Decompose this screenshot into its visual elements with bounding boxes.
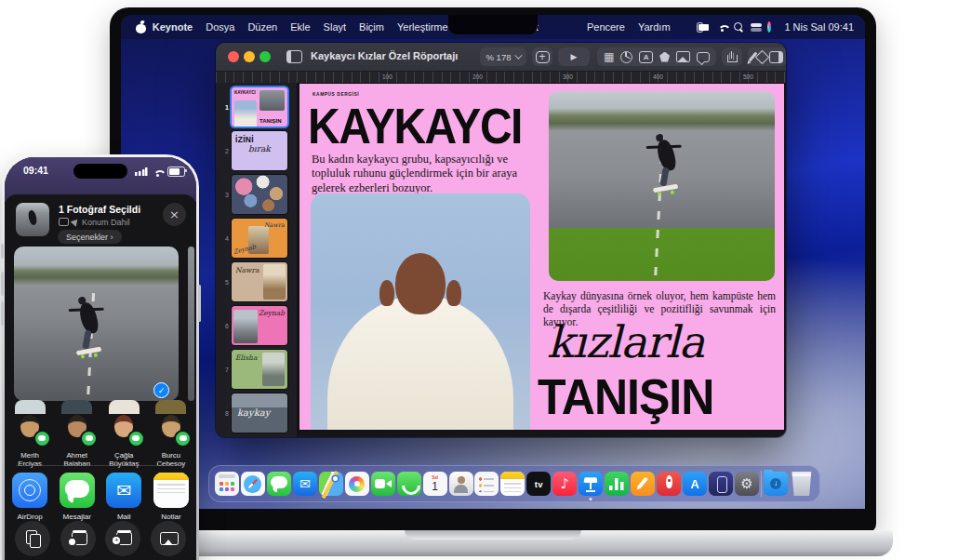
dock-pages-icon[interactable]: [631, 472, 655, 496]
share-notes[interactable]: Notlar: [149, 473, 193, 521]
add-slide-button[interactable]: [532, 47, 552, 66]
play-button[interactable]: ▶: [558, 47, 590, 66]
menu-ekle[interactable]: Ekle: [290, 21, 310, 33]
dock-launchpad-icon[interactable]: [215, 472, 239, 496]
dock-appletv-icon[interactable]: tv: [526, 472, 551, 496]
dock-rocket-icon[interactable]: [657, 472, 681, 496]
share-sheet-subtitle: Konum Dahil: [59, 218, 130, 227]
minimize-window-button[interactable]: [244, 51, 255, 62]
menu-duzen[interactable]: Düzen: [247, 21, 277, 33]
slide-thumbnail-3[interactable]: [232, 175, 287, 214]
control-center-icon[interactable]: [751, 23, 755, 32]
dock-divider: [761, 471, 762, 497]
dock-reminders-icon[interactable]: [474, 472, 499, 496]
share-sheet: 1 Fotoğraf Seçildi Konum Dahil Seçenekle…: [5, 194, 196, 560]
menu-clock[interactable]: 1 Nis Sal 09:41: [784, 21, 854, 33]
slide-thumbnail-5[interactable]: Nawra: [232, 262, 287, 301]
siri-icon[interactable]: [767, 21, 771, 33]
contact-merih[interactable]: MerihErciyas: [8, 408, 52, 469]
thumbnail-row: 6 Zeynab: [216, 306, 297, 345]
table-icon[interactable]: ▦: [604, 51, 614, 62]
dock-appstore-icon[interactable]: A: [683, 472, 707, 496]
dock-keynote-icon[interactable]: [579, 472, 603, 496]
slide-headline[interactable]: KAYKAYCI: [308, 98, 522, 155]
dock-messages-icon[interactable]: [267, 472, 291, 496]
copy-button[interactable]: [15, 521, 50, 556]
add-to-album-button[interactable]: [105, 521, 140, 556]
share-mail[interactable]: ✉ Mail: [102, 473, 146, 521]
dock-notes-icon[interactable]: [500, 472, 525, 496]
text-tool-icon[interactable]: A: [639, 51, 653, 63]
zoom-window-button[interactable]: [259, 51, 271, 62]
dock-music-icon[interactable]: ♪: [552, 472, 577, 496]
dock-photos-icon[interactable]: [345, 472, 369, 496]
chart-icon[interactable]: [620, 51, 632, 63]
dock-downloads-icon[interactable]: [764, 472, 788, 496]
slide-thumbnail-1[interactable]: KAYKAYCI TANIŞIN: [232, 87, 287, 127]
slide-number: 5: [216, 279, 229, 286]
menu-yardim[interactable]: Yardım: [638, 21, 671, 33]
slide-thumbnail-2[interactable]: İZİNİ bırak: [232, 131, 287, 170]
slide-thumbnail-4[interactable]: Nawra Zeynab: [232, 219, 287, 258]
dock-calendar-icon[interactable]: Sal 1: [423, 472, 447, 496]
slide-photo-portrait[interactable]: [311, 193, 530, 430]
dock-settings-icon[interactable]: ⚙: [735, 472, 759, 496]
media-icon[interactable]: [676, 51, 690, 62]
options-button[interactable]: Seçenekler ›: [58, 230, 122, 244]
document-panel-icon[interactable]: [769, 51, 783, 63]
dock-trash-icon[interactable]: [790, 472, 814, 496]
animate-icon[interactable]: [754, 49, 769, 64]
close-window-button[interactable]: [228, 51, 239, 62]
volume-down-button[interactable]: [1, 301, 4, 326]
contact-ahmet[interactable]: AhmetBalaban: [55, 408, 99, 469]
dock-maps-icon[interactable]: [319, 472, 343, 496]
share-airdrop[interactable]: AirDrop: [8, 473, 52, 521]
slide-number: 3: [216, 192, 229, 198]
spotlight-search-icon[interactable]: [734, 22, 738, 33]
dock-mail-icon[interactable]: ✉: [293, 472, 317, 496]
next-photo-edge[interactable]: [188, 247, 194, 401]
wifi-icon[interactable]: [716, 22, 721, 32]
volume-up-button[interactable]: [1, 272, 4, 296]
dock-numbers-icon[interactable]: [605, 472, 629, 496]
current-slide[interactable]: KAMPÜS DERGİSİ KAYKAYCI Bu kadın kaykayc…: [299, 84, 784, 430]
dock-iphone-mirroring-icon[interactable]: [709, 472, 733, 496]
photo-preview[interactable]: [14, 247, 179, 401]
shape-icon[interactable]: [659, 52, 670, 62]
tv-label: tv: [535, 479, 543, 489]
dock-contacts-icon[interactable]: [449, 472, 473, 496]
dock-phone-icon[interactable]: [397, 472, 421, 496]
share-messages[interactable]: Mesajlar: [55, 473, 99, 521]
slide-intro-text[interactable]: Bu kadın kaykaycı grubu, kapsayıcılığı v…: [312, 153, 537, 195]
slide-photo-skater[interactable]: [549, 91, 775, 281]
slide-closing-word[interactable]: TANIŞIN: [538, 368, 713, 425]
comment-icon[interactable]: [697, 52, 710, 62]
slide-thumbnail-6[interactable]: Zeynab: [232, 306, 287, 345]
add-to-shared-album-button[interactable]: [60, 521, 96, 556]
screen-mirroring-button[interactable]: [151, 521, 186, 556]
battery-icon[interactable]: [697, 22, 704, 33]
sidebar-toggle-icon[interactable]: [286, 50, 302, 63]
dock-safari-icon[interactable]: [241, 472, 265, 496]
share-button[interactable]: [722, 47, 742, 66]
contact-burcu[interactable]: BurcuCebesoy: [149, 408, 193, 469]
macbook-display: Keynote Dosya Düzen Ekle Slayt Biçim Yer…: [121, 15, 865, 509]
side-button[interactable]: [198, 285, 201, 322]
keynote-titlebar[interactable]: Kaykaycı Kızlar Özel Röportajı % 178 ▶ ▦…: [216, 43, 786, 71]
slide-script-word[interactable]: kızlarla: [547, 316, 704, 367]
dock-facetime-icon[interactable]: [371, 472, 395, 496]
menu-yerlestirme[interactable]: Yerleştirme: [397, 21, 448, 33]
apple-menu-icon[interactable]: [136, 21, 140, 33]
menu-bicim[interactable]: Biçim: [359, 21, 384, 33]
menu-slayt[interactable]: Slayt: [324, 21, 346, 33]
menu-pencere[interactable]: Pencere: [587, 21, 625, 33]
menu-dosya[interactable]: Dosya: [206, 21, 234, 33]
slide-thumbnail-7[interactable]: Elisha: [232, 350, 287, 389]
zoom-level-dropdown[interactable]: % 178: [480, 47, 526, 66]
menu-keynote[interactable]: Keynote: [153, 21, 193, 33]
slide-eyebrow[interactable]: KAMPÜS DERGİSİ: [313, 92, 359, 97]
slide-thumbnail-8[interactable]: kaykay: [232, 393, 287, 433]
contact-cagla[interactable]: ÇağlaBüyüktaş: [102, 408, 146, 469]
action-button[interactable]: [1, 244, 4, 259]
close-button[interactable]: ×: [163, 203, 186, 226]
